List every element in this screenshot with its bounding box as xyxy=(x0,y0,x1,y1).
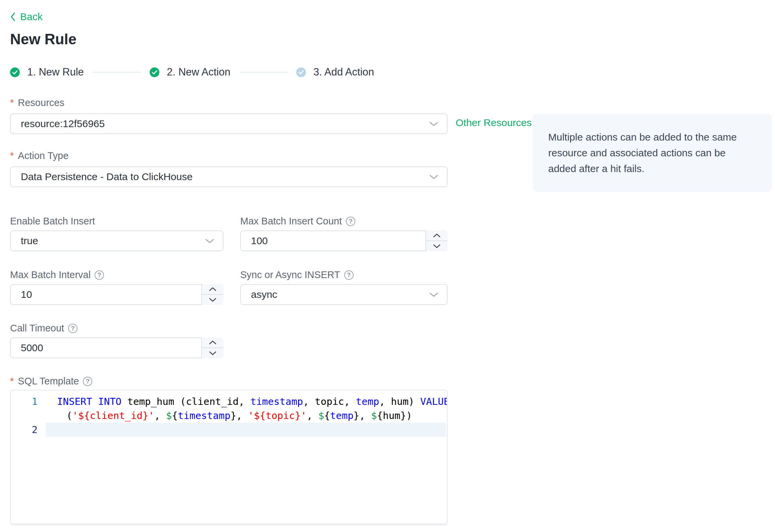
chevron-down-icon xyxy=(209,351,216,355)
step-connector xyxy=(93,72,141,73)
back-label: Back xyxy=(20,11,43,22)
stepper-step[interactable]: 3. Add Action xyxy=(296,66,374,78)
code-token: }, xyxy=(354,410,371,421)
increment-button[interactable] xyxy=(426,230,448,241)
max-batch-interval-label: Max Batch Interval ? xyxy=(10,269,223,281)
code-token: , xyxy=(307,410,318,421)
code-token: ( xyxy=(66,410,72,421)
info-box-text: Multiple actions can be added to the sam… xyxy=(548,131,737,174)
code-token: '${topic}' xyxy=(248,410,307,421)
enable-batch-insert-value: true xyxy=(21,235,38,247)
resources-select[interactable]: resource:12f56965 xyxy=(10,113,448,134)
chevron-down-icon xyxy=(205,239,214,244)
increment-button[interactable] xyxy=(202,337,223,348)
required-marker: * xyxy=(10,150,14,162)
other-resources-link[interactable]: Other Resources xyxy=(456,117,532,128)
max-batch-insert-count-value: 100 xyxy=(251,235,268,247)
new-rule-page: Back New Rule 1. New Rule 2. New Action xyxy=(0,0,775,532)
enable-batch-insert-label: Enable Batch Insert xyxy=(10,215,223,227)
code-token: temp_hum (client_id, xyxy=(121,396,250,407)
increment-button[interactable] xyxy=(202,284,223,295)
chevron-left-icon xyxy=(10,12,15,21)
sql-editor[interactable]: 12INSERT INTO temp_hum (client_id, times… xyxy=(10,390,448,524)
step-check-icon xyxy=(296,67,306,77)
code-token: $ xyxy=(371,410,377,421)
code-token: , hum) xyxy=(379,396,420,407)
decrement-button[interactable] xyxy=(426,241,448,251)
chevron-down-icon xyxy=(429,122,438,126)
action-type-value: Data Persistence - Data to ClickHouse xyxy=(21,171,193,182)
enable-batch-insert-select[interactable]: true xyxy=(10,230,223,251)
field-action-type: * Action Type Data Persistence - Data to… xyxy=(10,150,448,187)
stepper-step[interactable]: 1. New Rule xyxy=(10,66,84,78)
code-token: '${client_id}' xyxy=(72,410,154,421)
chevron-down-icon xyxy=(433,244,441,248)
max-batch-interval-input[interactable]: 10 xyxy=(10,284,223,305)
info-box: Multiple actions can be added to the sam… xyxy=(533,114,772,192)
code-token: $ xyxy=(318,410,324,421)
decrement-button[interactable] xyxy=(202,295,223,305)
code-token: { xyxy=(172,410,177,421)
form-row-2: Max Batch Interval ? 10 Sync or Async IN… xyxy=(10,269,775,305)
field-resources: * Resources resource:12f56965 Other Reso… xyxy=(10,97,448,134)
max-batch-interval-value: 10 xyxy=(21,289,32,300)
help-icon[interactable]: ? xyxy=(344,270,354,280)
help-icon[interactable]: ? xyxy=(346,217,355,226)
code-token: timestamp xyxy=(178,410,230,421)
code-line-active xyxy=(46,423,446,437)
required-marker: * xyxy=(10,375,14,387)
call-timeout-value: 5000 xyxy=(21,342,43,354)
help-icon[interactable]: ? xyxy=(83,377,92,386)
code-token: timestamp xyxy=(250,396,303,407)
max-batch-insert-count-label: Max Batch Insert Count ? xyxy=(240,215,448,227)
code-token: temp xyxy=(356,396,379,407)
field-sql-template: * SQL Template ? 12INSERT INTO temp_hum … xyxy=(10,375,775,524)
form-row-1: Enable Batch Insert true Max Batch Inser… xyxy=(10,215,775,251)
code-token: {hum}) xyxy=(377,410,412,421)
chevron-down-icon xyxy=(209,298,216,302)
help-icon[interactable]: ? xyxy=(68,324,78,333)
sync-or-async-insert-select[interactable]: async xyxy=(240,284,448,305)
chevron-down-icon xyxy=(429,292,438,297)
step-label: 3. Add Action xyxy=(313,66,374,78)
code-token: INTO xyxy=(98,396,121,407)
step-label: 2. New Action xyxy=(167,66,230,78)
resources-label: * Resources xyxy=(10,97,448,109)
help-icon[interactable]: ? xyxy=(95,270,104,280)
required-marker: * xyxy=(10,97,14,109)
action-type-label: * Action Type xyxy=(10,150,448,162)
sql-editor-content[interactable]: 12INSERT INTO temp_hum (client_id, times… xyxy=(11,390,447,524)
line-number: 1 xyxy=(11,394,38,409)
back-link[interactable]: Back xyxy=(10,11,43,22)
max-batch-insert-count-input[interactable]: 100 xyxy=(240,230,448,251)
number-stepper xyxy=(201,284,223,305)
sync-or-async-insert-label: Sync or Async INSERT ? xyxy=(240,269,448,281)
code-token: , topic, xyxy=(303,396,356,407)
code-line: ('${client_id}', ${timestamp}, '${topic}… xyxy=(46,409,446,423)
code-token: , xyxy=(154,410,166,421)
code-line: INSERT INTO temp_hum (client_id, timesta… xyxy=(46,394,446,409)
step-label: 1. New Rule xyxy=(27,66,84,78)
step-connector xyxy=(239,72,288,73)
resources-value: resource:12f56965 xyxy=(21,118,105,129)
sync-or-async-insert-value: async xyxy=(251,289,277,300)
step-check-icon xyxy=(10,67,20,77)
sql-template-label: * SQL Template ? xyxy=(10,375,775,387)
code-token: }, xyxy=(230,410,248,421)
number-stepper xyxy=(425,230,448,251)
field-max-batch-insert-count: Max Batch Insert Count ? 100 xyxy=(240,215,448,251)
step-check-icon xyxy=(150,67,159,77)
chevron-up-icon xyxy=(433,233,441,237)
action-type-select[interactable]: Data Persistence - Data to ClickHouse xyxy=(10,166,448,187)
code-token: INSERT xyxy=(57,396,92,407)
field-sync-or-async-insert: Sync or Async INSERT ? async xyxy=(240,269,448,305)
code-token: VALUES xyxy=(420,396,448,407)
field-max-batch-interval: Max Batch Interval ? 10 xyxy=(10,269,223,305)
decrement-button[interactable] xyxy=(202,348,223,358)
stepper: 1. New Rule 2. New Action 3. Add Action xyxy=(10,66,374,78)
chevron-up-icon xyxy=(209,340,216,344)
chevron-down-icon xyxy=(429,175,438,179)
page-title: New Rule xyxy=(10,31,775,48)
call-timeout-input[interactable]: 5000 xyxy=(10,337,223,358)
stepper-step[interactable]: 2. New Action xyxy=(150,66,230,78)
